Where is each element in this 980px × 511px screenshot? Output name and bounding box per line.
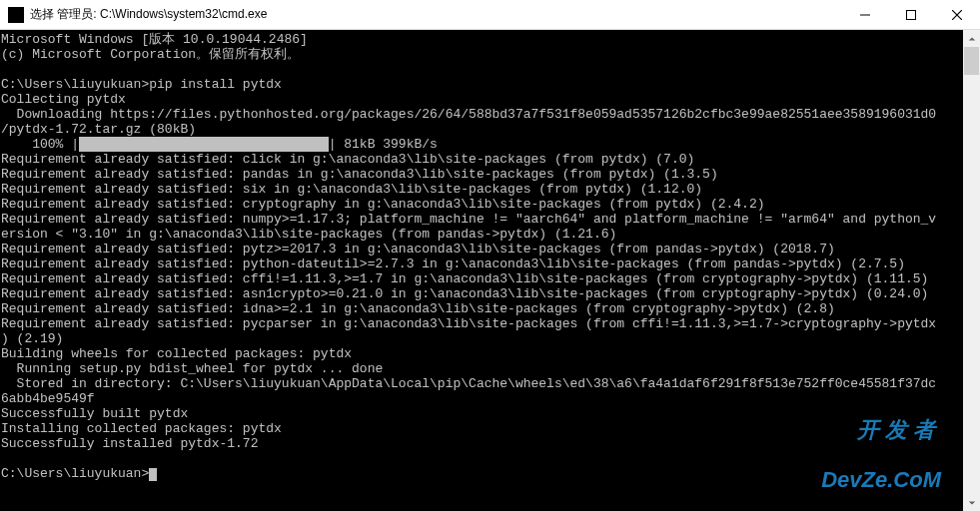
scroll-thumb[interactable] [964, 47, 979, 75]
output-line: Requirement already satisfied: pytz>=201… [1, 242, 835, 256]
maximize-button[interactable] [888, 0, 934, 30]
output-line: Installing collected packages: pytdx [1, 421, 282, 436]
output-line: Requirement already satisfied: pycparser… [1, 316, 936, 331]
output-line: Requirement already satisfied: cffi!=1.1… [1, 271, 928, 286]
output-line: Requirement already satisfied: cryptogra… [1, 197, 765, 212]
watermark: 开发者 DevZe.CoM [821, 391, 941, 505]
close-icon [952, 10, 962, 20]
progress-rate: | 81kB 399kB/s [329, 137, 438, 152]
output-line: Requirement already satisfied: six in g:… [1, 182, 702, 197]
minimize-button[interactable] [842, 0, 888, 30]
output-line: Requirement already satisfied: pandas in… [1, 167, 718, 182]
output-line: Downloading https://files.pythonhosted.o… [1, 107, 936, 122]
output-line: (c) Microsoft Corporation。保留所有权利。 [1, 47, 300, 62]
close-button[interactable] [934, 0, 980, 30]
prompt: C:\Users\liuyukuan> [1, 466, 149, 481]
watermark-line2: DevZe.CoM [821, 468, 941, 491]
output-line: Building wheels for collected packages: … [1, 346, 352, 361]
svg-rect-0 [860, 14, 870, 15]
output-line: /pytdx-1.72.tar.gz (80kB) [1, 122, 196, 137]
svg-rect-1 [907, 10, 916, 19]
output-line: Requirement already satisfied: click in … [1, 152, 694, 167]
cursor [149, 468, 157, 481]
output-line: 6abb4be9549f [1, 391, 95, 406]
cmd-icon [8, 7, 24, 23]
output-line: Requirement already satisfied: asn1crypt… [1, 286, 928, 301]
chevron-up-icon [968, 35, 976, 43]
output-line: Running setup.py bdist_wheel for pytdx .… [1, 361, 383, 376]
watermark-line1: 开发者 [821, 418, 941, 441]
progress-percent: 100% | [1, 137, 79, 152]
scroll-up-button[interactable] [963, 30, 980, 47]
command: pip install pytdx [149, 77, 282, 92]
chevron-down-icon [968, 499, 976, 507]
console-output[interactable]: Microsoft Windows [版本 10.0.19044.2486] (… [0, 30, 963, 511]
window-titlebar: 选择 管理员: C:\Windows\system32\cmd.exe [0, 0, 980, 30]
output-line: Stored in directory: C:\Users\liuyukuan\… [1, 376, 936, 391]
vertical-scrollbar[interactable] [963, 30, 980, 511]
output-line: ) (2.19) [1, 331, 63, 346]
scroll-down-button[interactable] [963, 494, 980, 511]
output-line: Requirement already satisfied: idna>=2.1… [1, 301, 835, 316]
output-line: Collecting pytdx [1, 92, 126, 107]
output-line: Successfully built pytdx [1, 406, 188, 421]
output-line: Requirement already satisfied: python-da… [1, 256, 905, 271]
output-line: Successfully installed pytdx-1.72 [1, 436, 258, 451]
prompt: C:\Users\liuyukuan> [1, 77, 149, 92]
maximize-icon [906, 10, 916, 20]
output-line: Requirement already satisfied: numpy>=1.… [1, 212, 936, 227]
minimize-icon [860, 10, 870, 20]
output-line: ersion < "3.10" in g:\anaconda3\lib\site… [1, 227, 616, 242]
progress-bar [79, 137, 329, 152]
scroll-track[interactable] [963, 47, 980, 494]
window-title: 选择 管理员: C:\Windows\system32\cmd.exe [30, 6, 842, 23]
output-line: Microsoft Windows [版本 10.0.19044.2486] [1, 32, 308, 47]
